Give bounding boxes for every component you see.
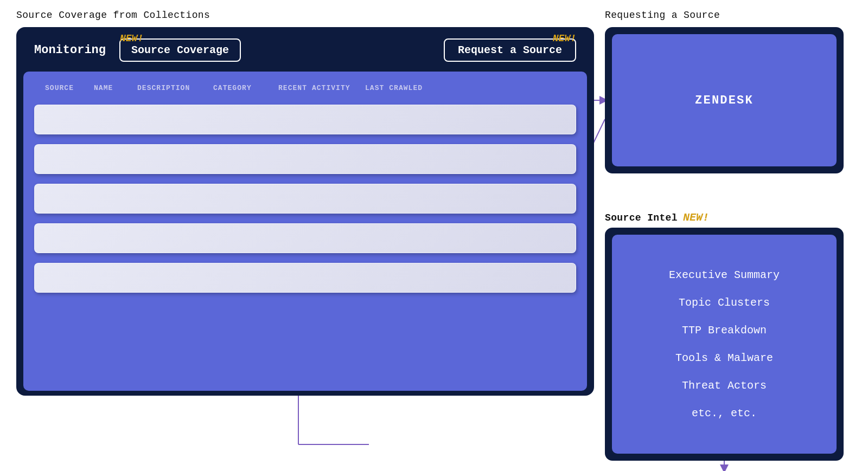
main-card: Monitoring Source Coverage NEW! Request … xyxy=(16,27,594,396)
table-row[interactable] xyxy=(34,105,576,134)
source-intel-new-badge: NEW! xyxy=(683,211,709,224)
new-badge-right: NEW! xyxy=(553,33,576,44)
nav-bar: Monitoring Source Coverage NEW! Request … xyxy=(18,29,592,72)
source-intel-label-text: Source Intel xyxy=(605,212,678,223)
requesting-inner: ZENDESK xyxy=(612,34,837,166)
table-header: SOURCE NAME DESCRIPTION CATEGORY RECENT … xyxy=(34,80,576,96)
source-intel-card: Executive Summary Topic Clusters TTP Bre… xyxy=(605,228,844,461)
table-row[interactable] xyxy=(34,223,576,253)
intel-topic-clusters: Topic Clusters xyxy=(679,296,770,309)
table-row[interactable] xyxy=(34,184,576,214)
source-intel-inner: Executive Summary Topic Clusters TTP Bre… xyxy=(612,235,837,454)
col-source: SOURCE xyxy=(45,84,94,92)
table-row[interactable] xyxy=(34,144,576,174)
table-row[interactable] xyxy=(34,263,576,293)
zendesk-label: ZENDESK xyxy=(695,94,754,107)
source-intel-section-label: Source Intel NEW! xyxy=(605,211,709,224)
intel-ttp-breakdown: TTP Breakdown xyxy=(682,324,767,337)
intel-tools-malware: Tools & Malware xyxy=(675,352,773,364)
table-area: SOURCE NAME DESCRIPTION CATEGORY RECENT … xyxy=(23,72,587,391)
col-category: CATEGORY xyxy=(213,84,278,92)
monitoring-label: Monitoring xyxy=(34,43,106,57)
requesting-source-card: ZENDESK xyxy=(605,27,844,173)
page-wrapper: Source Coverage from Collections Request… xyxy=(0,0,868,471)
new-badge-left: NEW! xyxy=(120,33,143,44)
col-description: DESCRIPTION xyxy=(137,84,213,92)
intel-executive-summary: Executive Summary xyxy=(669,269,780,281)
col-recent-activity: RECENT ACTIVITY xyxy=(278,84,365,92)
col-last-crawled: LAST CRAWLED xyxy=(365,84,452,92)
intel-etc: etc., etc. xyxy=(692,407,757,420)
source-coverage-label: Source Coverage from Collections xyxy=(16,10,210,21)
requesting-source-label: Requesting a Source xyxy=(605,10,720,21)
col-name: NAME xyxy=(94,84,137,92)
intel-threat-actors: Threat Actors xyxy=(682,379,767,392)
